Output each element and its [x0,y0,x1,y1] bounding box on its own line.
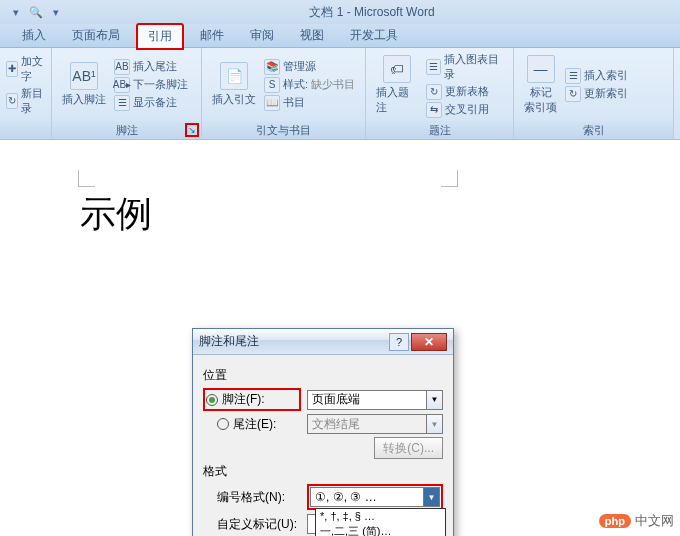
group-label-footnotes: 脚注 ↘ [52,121,201,139]
manage-sources-button[interactable]: 📚管理源 [264,59,355,75]
section-format: 格式 [203,463,443,480]
qat-arrow-icon[interactable]: ▾ [8,4,24,20]
tab-mailings[interactable]: 邮件 [190,24,234,47]
insert-index-button[interactable]: ☰插入索引 [565,68,628,84]
tab-developer[interactable]: 开发工具 [340,24,408,47]
cross-ref-icon: ⇆ [426,102,442,118]
footnote-icon: AB¹ [70,62,98,90]
toc-update[interactable]: ↻新目录 [6,86,45,116]
update-toc-icon: ↻ [6,93,18,109]
dialog-title: 脚注和尾注 [199,333,389,350]
footnote-radio-label: 脚注(F): [222,391,265,408]
ribbon-tabs: 插入 页面布局 引用 邮件 审阅 视图 开发工具 [0,24,680,48]
group-footnotes: AB¹ 插入脚注 AB插入尾注 AB▸下一条脚注 ☰显示备注 脚注 ↘ [52,48,202,139]
tab-page-layout[interactable]: 页面布局 [62,24,130,47]
bibliography-icon: 📖 [264,95,280,111]
tab-insert[interactable]: 插入 [12,24,56,47]
show-notes-icon: ☰ [114,95,130,111]
insert-table-figures-button[interactable]: ☰插入图表目录 [426,52,507,82]
endnote-icon: AB [114,59,130,75]
convert-button: 转换(C)... [374,437,443,459]
chevron-down-icon: ▼ [426,391,442,409]
group-captions: 🏷 插入题注 ☰插入图表目录 ↻更新表格 ⇆交叉引用 题注 [366,48,514,139]
dropdown-option[interactable]: 一,二,三 (简)… [316,523,445,536]
insert-index-icon: ☰ [565,68,581,84]
custom-mark-label: 自定义标记(U): [203,516,301,533]
dropdown-option[interactable]: *, †, ‡, § … [316,509,445,523]
update-table-icon: ↻ [426,84,442,100]
number-format-dropdown[interactable]: *, †, ‡, § … 一,二,三 (简)… 壹,贰,叁 … 甲,乙,丙 … … [315,508,446,536]
mark-entry-button[interactable]: — 标记 标记索引项 索引项 [520,53,561,117]
next-footnote-icon: AB▸ [114,77,130,93]
endnote-radio-row[interactable]: 尾注(E): [203,416,301,433]
add-text-icon: ✚ [6,61,18,77]
ribbon: ✚加文字 ↻新目录 AB¹ 插入脚注 AB插入尾注 AB▸下一条脚注 ☰显示备注… [0,48,680,140]
insert-caption-button[interactable]: 🏷 插入题注 [372,53,422,117]
group-label-toc [0,121,51,139]
chevron-down-icon: ▼ [426,415,442,433]
tab-view[interactable]: 视图 [290,24,334,47]
footnote-endnote-dialog: 脚注和尾注 ? ✕ 位置 脚注(F): 页面底端▼ 尾注(E): 文档结尾▼ 转… [192,328,454,536]
footnote-position-combo[interactable]: 页面底端▼ [307,390,443,410]
style-selector[interactable]: S样式:缺少书目 [264,77,355,93]
watermark-text: 中文网 [635,512,674,530]
footnote-radio[interactable] [206,394,218,406]
table-figures-icon: ☰ [426,59,441,75]
document-area: 示例 脚注和尾注 ? ✕ 位置 脚注(F): 页面底端▼ 尾注(E): 文档结尾… [0,140,680,536]
update-index-icon: ↻ [565,86,581,102]
dialog-title-bar[interactable]: 脚注和尾注 ? ✕ [193,329,453,355]
section-position: 位置 [203,367,443,384]
print-preview-icon[interactable]: 🔍 [28,4,44,20]
citation-icon: 📄 [220,62,248,90]
chevron-down-icon: ▼ [423,488,439,506]
show-notes-button[interactable]: ☰显示备注 [114,95,188,111]
group-index: — 标记 标记索引项 索引项 ☰插入索引 ↻更新索引 索引 [514,48,674,139]
insert-citation-button[interactable]: 📄 插入引文 [208,60,260,109]
caption-icon: 🏷 [383,55,411,83]
group-citations: 📄 插入引文 📚管理源 S样式:缺少书目 📖书目 引文与书目 [202,48,366,139]
title-bar: ▾ 🔍 ▾ 文档 1 - Microsoft Word [0,0,680,24]
update-table-button[interactable]: ↻更新表格 [426,84,507,100]
window-title: 文档 1 - Microsoft Word [64,4,680,21]
mark-entry-icon: — [527,55,555,83]
mark-entry-label-line1: 标记 [530,86,552,98]
cross-reference-button[interactable]: ⇆交叉引用 [426,102,507,118]
dialog-help-button[interactable]: ? [389,333,409,351]
watermark-badge: php [599,514,631,528]
insert-footnote-button[interactable]: AB¹ 插入脚注 [58,60,110,109]
group-label-citations: 引文与书目 [202,121,365,139]
quick-access-toolbar: ▾ 🔍 ▾ [8,4,64,20]
dialog-close-button[interactable]: ✕ [411,333,447,351]
insert-endnote-button[interactable]: AB插入尾注 [114,59,188,75]
style-icon: S [264,77,280,93]
bibliography-button[interactable]: 📖书目 [264,95,355,111]
manage-sources-icon: 📚 [264,59,280,75]
next-footnote-button[interactable]: AB▸下一条脚注 [114,77,188,93]
group-toc: ✚加文字 ↻新目录 [0,48,52,139]
group-label-captions: 题注 [366,121,513,139]
number-format-label: 编号格式(N): [203,489,301,506]
update-index-button[interactable]: ↻更新索引 [565,86,628,102]
page-corners [78,170,458,190]
tab-references[interactable]: 引用 [136,23,184,50]
endnote-position-combo: 文档结尾▼ [307,414,443,434]
mark-entry-label-line2: 索引项 [524,101,557,113]
sample-text: 示例 [80,190,152,239]
toc-add-text[interactable]: ✚加文字 [6,54,45,84]
qat-dropdown-icon[interactable]: ▾ [48,4,64,20]
endnote-radio[interactable] [217,418,229,430]
footnotes-dialog-launcher[interactable]: ↘ [185,123,199,137]
watermark: php 中文网 [599,512,674,530]
tab-review[interactable]: 审阅 [240,24,284,47]
number-format-combo[interactable]: ①, ②, ③ …▼ [310,487,440,507]
group-label-index: 索引 [514,121,673,139]
